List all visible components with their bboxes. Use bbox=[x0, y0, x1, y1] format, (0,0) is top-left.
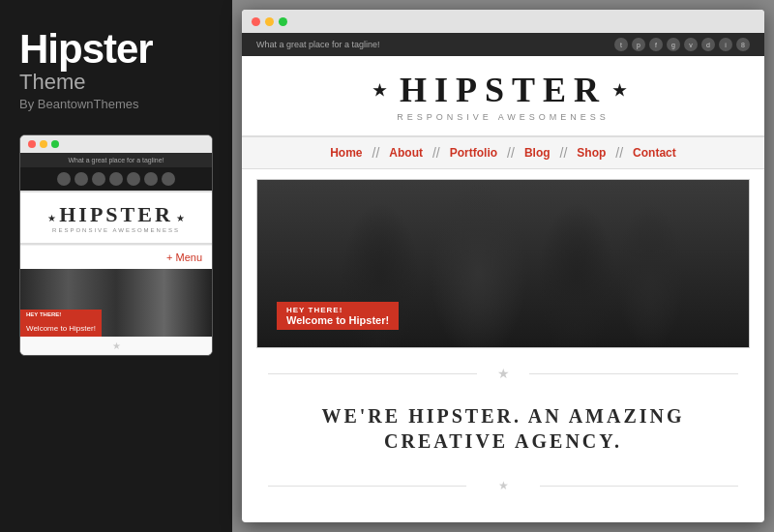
site-header: ★ HIPSTER ★ RESPONSIVE AWESOMENESS bbox=[242, 56, 764, 136]
nav-about[interactable]: About bbox=[379, 146, 432, 160]
agency-text: WE'RE HIPSTER. AN AMAZING CREATIVE AGENC… bbox=[242, 389, 764, 473]
theme-title-line2: Theme bbox=[19, 72, 213, 93]
nav-shop[interactable]: Shop bbox=[567, 146, 615, 160]
hero-badge-top: HEY THERE! bbox=[286, 306, 389, 314]
mobile-hero-badge-top: HEY THERE! bbox=[26, 311, 96, 317]
site-nav: Home // About // Portfolio // Blog // Sh… bbox=[242, 136, 764, 169]
nav-contact[interactable]: Contact bbox=[623, 146, 686, 160]
nav-sep-5: // bbox=[615, 145, 623, 161]
desktop-dot-green bbox=[279, 17, 287, 26]
mobile-dot-yellow bbox=[40, 140, 47, 148]
logo-tagline: RESPONSIVE AWESOMENESS bbox=[261, 112, 745, 122]
mobile-social-3 bbox=[92, 172, 105, 186]
mobile-social-5 bbox=[127, 172, 140, 186]
desktop-browser-bar bbox=[242, 10, 764, 33]
nav-home[interactable]: Home bbox=[320, 146, 372, 160]
star-divider-bottom: ★ bbox=[242, 473, 764, 498]
logo-text: HIPSTER bbox=[400, 70, 607, 110]
agency-heading-line1: WE'RE HIPSTER. AN AMAZING bbox=[261, 403, 745, 429]
theme-title-line1: Hipster bbox=[19, 29, 213, 70]
mobile-social-7 bbox=[162, 172, 175, 186]
right-panel: What a great place for a tagline! t p f … bbox=[232, 0, 774, 532]
mobile-logo-text: HIPSTER bbox=[59, 202, 173, 226]
mobile-hero-overlay: HEY THERE! Welcome to Hipster! bbox=[20, 310, 102, 337]
mobile-dot-red bbox=[28, 140, 36, 148]
mobile-star-divider: ★ bbox=[20, 337, 212, 355]
desktop-dot-red bbox=[252, 17, 260, 26]
theme-author: By BeantownThemes bbox=[19, 97, 213, 111]
mobile-logo-stars-left: ★ HIPSTER ★ bbox=[30, 202, 202, 227]
mobile-browser-bar bbox=[20, 135, 212, 153]
star-divider-top: ★ bbox=[242, 358, 764, 389]
site-top-bar: What a great place for a tagline! t p f … bbox=[242, 33, 764, 56]
mobile-hero-badge-bottom: Welcome to Hipster! bbox=[26, 324, 96, 333]
mobile-social-bar bbox=[20, 167, 212, 191]
mobile-social-1 bbox=[57, 172, 71, 186]
social-icon-vimeo[interactable]: v bbox=[684, 38, 698, 51]
social-icon-500px[interactable]: 8 bbox=[736, 38, 750, 51]
desktop-content: What a great place for a tagline! t p f … bbox=[242, 33, 764, 522]
mobile-logo-area: ★ HIPSTER ★ RESPONSIVE AWESOMENESS bbox=[20, 191, 212, 245]
mobile-preview: What a great place for a tagline! ★ HIPS… bbox=[19, 134, 213, 356]
mobile-star-right: ★ bbox=[176, 213, 185, 223]
mobile-star-left: ★ bbox=[47, 213, 59, 223]
hero-badge: HEY THERE! Welcome to Hipster! bbox=[277, 302, 399, 330]
star-icon-top: ★ bbox=[497, 366, 510, 381]
site-hero: HEY THERE! Welcome to Hipster! bbox=[256, 179, 750, 348]
site-tagline: What a great place for a tagline! bbox=[256, 40, 380, 49]
mobile-social-4 bbox=[109, 172, 123, 186]
left-panel: Hipster Theme By BeantownThemes What a g… bbox=[0, 0, 232, 532]
hero-badge-bottom: Welcome to Hipster! bbox=[286, 314, 389, 326]
mobile-dot-green bbox=[51, 140, 59, 148]
nav-blog[interactable]: Blog bbox=[515, 146, 560, 160]
social-icon-twitter[interactable]: t bbox=[614, 38, 628, 51]
nav-sep-3: // bbox=[507, 145, 515, 161]
star-icon-bottom: ★ bbox=[498, 479, 509, 492]
site-social-icons: t p f g v d i 8 bbox=[614, 38, 750, 51]
nav-portfolio[interactable]: Portfolio bbox=[440, 146, 507, 160]
mobile-tagline: What a great place for a tagline! bbox=[20, 153, 212, 167]
social-icon-instagram[interactable]: i bbox=[719, 38, 732, 51]
social-icon-pinterest[interactable]: p bbox=[632, 38, 645, 51]
nav-sep-4: // bbox=[560, 145, 568, 161]
nav-sep-1: // bbox=[372, 145, 380, 161]
mobile-social-2 bbox=[74, 172, 88, 186]
mobile-hero: HEY THERE! Welcome to Hipster! bbox=[20, 269, 212, 337]
social-icon-facebook[interactable]: f bbox=[649, 38, 663, 51]
desktop-dot-yellow bbox=[265, 17, 274, 26]
nav-sep-2: // bbox=[432, 145, 440, 161]
social-icon-dribbble[interactable]: d bbox=[701, 38, 715, 51]
mobile-social-6 bbox=[144, 172, 158, 186]
desktop-browser: What a great place for a tagline! t p f … bbox=[242, 10, 764, 522]
mobile-logo-tagline: RESPONSIVE AWESOMENESS bbox=[30, 227, 202, 233]
site-logo: ★ HIPSTER ★ bbox=[261, 70, 745, 110]
logo-star-right: ★ bbox=[612, 81, 634, 100]
mobile-menu-button[interactable]: + Menu bbox=[20, 245, 212, 269]
theme-title-block: Hipster Theme By BeantownThemes bbox=[19, 29, 213, 111]
agency-heading-line2: CREATIVE AGENCY. bbox=[261, 429, 745, 454]
logo-star-left: ★ bbox=[372, 81, 394, 100]
social-icon-google[interactable]: g bbox=[667, 38, 680, 51]
